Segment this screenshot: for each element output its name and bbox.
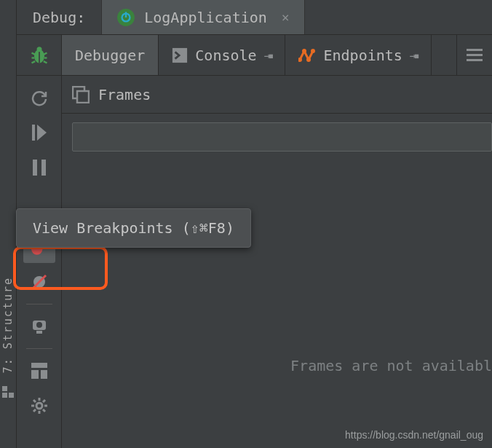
debug-sub-tabs: Debugger Console →▪ Endpoints →▪ bbox=[17, 35, 492, 76]
svg-line-12 bbox=[43, 52, 47, 54]
svg-point-32 bbox=[36, 322, 42, 328]
get-thread-dump-button[interactable] bbox=[23, 310, 55, 342]
svg-point-19 bbox=[311, 49, 315, 53]
svg-line-14 bbox=[43, 61, 47, 63]
mute-breakpoints-button[interactable] bbox=[23, 266, 55, 298]
spring-boot-icon bbox=[116, 8, 135, 27]
svg-point-37 bbox=[36, 403, 42, 409]
svg-line-11 bbox=[31, 61, 35, 63]
frames-empty-text: Frames are not availabl bbox=[62, 152, 492, 448]
close-icon[interactable]: × bbox=[276, 9, 290, 25]
svg-point-17 bbox=[302, 49, 306, 53]
debug-tool-tab-strip: Debug: LogApplication × bbox=[17, 0, 492, 35]
svg-line-9 bbox=[31, 52, 35, 54]
frames-title: Frames bbox=[98, 86, 151, 103]
console-icon bbox=[172, 47, 188, 63]
tab-endpoints-label: Endpoints bbox=[323, 47, 402, 64]
tab-debugger[interactable]: Debugger bbox=[62, 35, 159, 75]
pause-button[interactable] bbox=[23, 152, 55, 184]
rerun-button[interactable] bbox=[23, 82, 55, 114]
svg-rect-35 bbox=[31, 370, 39, 379]
endpoints-icon bbox=[298, 47, 316, 64]
svg-rect-25 bbox=[33, 160, 37, 176]
svg-rect-0 bbox=[2, 386, 7, 391]
watermark-text: https://blog.csdn.net/gnail_oug bbox=[345, 429, 483, 441]
svg-rect-21 bbox=[467, 54, 483, 56]
svg-point-8 bbox=[36, 47, 41, 52]
frames-icon bbox=[72, 86, 90, 103]
svg-line-44 bbox=[33, 409, 36, 412]
tab-console[interactable]: Console →▪ bbox=[159, 35, 285, 75]
bug-icon[interactable] bbox=[17, 35, 62, 75]
svg-rect-36 bbox=[41, 370, 47, 379]
tooltip-view-breakpoints: View Breakpoints (⇧⌘F8) bbox=[16, 208, 251, 248]
debug-vertical-toolbar bbox=[17, 76, 62, 448]
frames-thread-selector[interactable] bbox=[72, 122, 492, 152]
detach-icon[interactable]: →▪ bbox=[264, 50, 272, 61]
frames-panel: Frames Frames are not availabl bbox=[62, 76, 492, 448]
ide-left-gutter: 7: Structure bbox=[0, 0, 16, 448]
svg-rect-20 bbox=[467, 49, 483, 51]
svg-rect-23 bbox=[32, 125, 35, 141]
svg-rect-1 bbox=[2, 393, 7, 398]
svg-marker-24 bbox=[37, 125, 47, 141]
svg-rect-47 bbox=[77, 91, 89, 103]
svg-rect-2 bbox=[9, 393, 14, 398]
debug-title: Debug: bbox=[17, 0, 102, 34]
detach-icon[interactable]: →▪ bbox=[410, 50, 418, 61]
run-config-tab[interactable]: LogApplication × bbox=[102, 0, 304, 34]
svg-point-18 bbox=[306, 58, 311, 62]
tab-console-label: Console bbox=[195, 47, 256, 64]
layout-settings-button[interactable] bbox=[23, 355, 55, 387]
svg-line-42 bbox=[33, 400, 36, 402]
structure-icon[interactable] bbox=[2, 386, 14, 398]
svg-rect-26 bbox=[41, 160, 46, 176]
svg-line-43 bbox=[43, 409, 45, 412]
tab-debugger-label: Debugger bbox=[75, 47, 145, 64]
svg-line-45 bbox=[43, 400, 45, 402]
frames-header: Frames bbox=[62, 76, 492, 114]
structure-tool-label[interactable]: 7: Structure bbox=[1, 277, 15, 373]
run-config-label: LogApplication bbox=[144, 9, 267, 26]
svg-rect-22 bbox=[467, 59, 483, 61]
debug-title-text: Debug: bbox=[33, 9, 85, 26]
svg-rect-33 bbox=[36, 331, 42, 334]
resume-button[interactable] bbox=[23, 117, 55, 149]
svg-rect-34 bbox=[31, 363, 47, 368]
tab-endpoints[interactable]: Endpoints →▪ bbox=[285, 35, 431, 75]
menu-icon[interactable] bbox=[457, 35, 492, 75]
settings-button[interactable] bbox=[23, 390, 55, 422]
